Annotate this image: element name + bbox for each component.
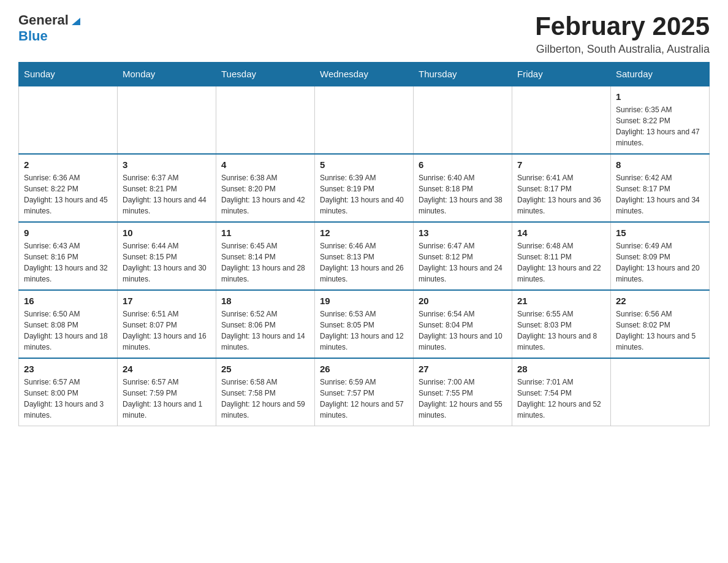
- calendar-week-2: 2Sunrise: 6:36 AMSunset: 8:22 PMDaylight…: [19, 154, 710, 222]
- header-friday: Friday: [512, 63, 611, 86]
- table-row: 19Sunrise: 6:53 AMSunset: 8:05 PMDayligh…: [315, 290, 414, 358]
- day-number: 21: [517, 296, 605, 306]
- table-row: 25Sunrise: 6:58 AMSunset: 7:58 PMDayligh…: [216, 358, 315, 426]
- calendar-week-5: 23Sunrise: 6:57 AMSunset: 8:00 PMDayligh…: [19, 358, 710, 426]
- day-info: Sunrise: 6:43 AMSunset: 8:16 PMDaylight:…: [24, 240, 112, 285]
- day-info: Sunrise: 6:57 AMSunset: 8:00 PMDaylight:…: [24, 377, 112, 421]
- day-number: 22: [616, 296, 704, 306]
- day-info: Sunrise: 6:58 AMSunset: 7:58 PMDaylight:…: [221, 377, 309, 421]
- day-info: Sunrise: 6:40 AMSunset: 8:18 PMDaylight:…: [419, 172, 507, 216]
- day-info: Sunrise: 6:49 AMSunset: 8:09 PMDaylight:…: [616, 240, 704, 285]
- day-info: Sunrise: 7:00 AMSunset: 7:55 PMDaylight:…: [419, 377, 507, 421]
- table-row: 13Sunrise: 6:47 AMSunset: 8:12 PMDayligh…: [414, 222, 512, 290]
- table-row: [611, 358, 710, 426]
- table-row: 7Sunrise: 6:41 AMSunset: 8:17 PMDaylight…: [512, 154, 611, 222]
- day-number: 28: [517, 364, 605, 374]
- day-number: 7: [517, 159, 605, 170]
- table-row: [19, 86, 118, 154]
- page-header: General Blue February 2025 Gilberton, So…: [18, 12, 710, 56]
- calendar-week-4: 16Sunrise: 6:50 AMSunset: 8:08 PMDayligh…: [19, 290, 710, 358]
- logo-triangle-icon: [70, 15, 82, 26]
- title-section: February 2025 Gilberton, South Australia…: [535, 12, 710, 56]
- day-info: Sunrise: 6:52 AMSunset: 8:06 PMDaylight:…: [221, 308, 309, 353]
- table-row: [315, 86, 414, 154]
- table-row: [118, 86, 216, 154]
- table-row: 18Sunrise: 6:52 AMSunset: 8:06 PMDayligh…: [216, 290, 315, 358]
- table-row: 10Sunrise: 6:44 AMSunset: 8:15 PMDayligh…: [118, 222, 216, 290]
- day-info: Sunrise: 6:42 AMSunset: 8:17 PMDaylight:…: [616, 172, 704, 216]
- day-number: 10: [123, 228, 211, 238]
- day-info: Sunrise: 6:46 AMSunset: 8:13 PMDaylight:…: [320, 240, 408, 285]
- weekday-header-row: Sunday Monday Tuesday Wednesday Thursday…: [19, 63, 710, 86]
- table-row: 2Sunrise: 6:36 AMSunset: 8:22 PMDaylight…: [19, 154, 118, 222]
- day-info: Sunrise: 6:57 AMSunset: 7:59 PMDaylight:…: [123, 377, 211, 421]
- header-wednesday: Wednesday: [315, 63, 414, 86]
- header-tuesday: Tuesday: [216, 63, 315, 86]
- day-number: 25: [221, 364, 309, 374]
- table-row: 3Sunrise: 6:37 AMSunset: 8:21 PMDaylight…: [118, 154, 216, 222]
- day-number: 13: [419, 228, 507, 238]
- day-number: 14: [517, 228, 605, 238]
- calendar-title: February 2025: [535, 12, 710, 40]
- logo-blue-text: Blue: [18, 28, 48, 44]
- day-number: 19: [320, 296, 408, 306]
- day-number: 9: [24, 228, 112, 238]
- day-info: Sunrise: 6:39 AMSunset: 8:19 PMDaylight:…: [320, 172, 408, 216]
- table-row: [216, 86, 315, 154]
- day-number: 8: [616, 159, 704, 170]
- day-number: 15: [616, 228, 704, 238]
- day-number: 24: [123, 364, 211, 374]
- day-number: 18: [221, 296, 309, 306]
- table-row: 12Sunrise: 6:46 AMSunset: 8:13 PMDayligh…: [315, 222, 414, 290]
- day-info: Sunrise: 6:54 AMSunset: 8:04 PMDaylight:…: [419, 308, 507, 353]
- table-row: 21Sunrise: 6:55 AMSunset: 8:03 PMDayligh…: [512, 290, 611, 358]
- day-info: Sunrise: 6:41 AMSunset: 8:17 PMDaylight:…: [517, 172, 605, 216]
- table-row: 6Sunrise: 6:40 AMSunset: 8:18 PMDaylight…: [414, 154, 512, 222]
- day-number: 2: [24, 159, 112, 170]
- day-info: Sunrise: 6:35 AMSunset: 8:22 PMDaylight:…: [616, 104, 704, 148]
- logo: General Blue: [18, 12, 82, 44]
- table-row: 15Sunrise: 6:49 AMSunset: 8:09 PMDayligh…: [611, 222, 710, 290]
- day-info: Sunrise: 6:55 AMSunset: 8:03 PMDaylight:…: [517, 308, 605, 353]
- day-number: 17: [123, 296, 211, 306]
- day-number: 4: [221, 159, 309, 170]
- calendar-subtitle: Gilberton, South Australia, Australia: [535, 43, 710, 56]
- day-number: 1: [616, 91, 704, 102]
- day-number: 6: [419, 159, 507, 170]
- table-row: 28Sunrise: 7:01 AMSunset: 7:54 PMDayligh…: [512, 358, 611, 426]
- svg-marker-0: [72, 18, 80, 25]
- day-info: Sunrise: 6:51 AMSunset: 8:07 PMDaylight:…: [123, 308, 211, 353]
- day-info: Sunrise: 6:59 AMSunset: 7:57 PMDaylight:…: [320, 377, 408, 421]
- header-saturday: Saturday: [611, 63, 710, 86]
- day-info: Sunrise: 6:44 AMSunset: 8:15 PMDaylight:…: [123, 240, 211, 285]
- day-number: 12: [320, 228, 408, 238]
- table-row: 14Sunrise: 6:48 AMSunset: 8:11 PMDayligh…: [512, 222, 611, 290]
- table-row: [512, 86, 611, 154]
- day-info: Sunrise: 6:45 AMSunset: 8:14 PMDaylight:…: [221, 240, 309, 285]
- day-info: Sunrise: 6:38 AMSunset: 8:20 PMDaylight:…: [221, 172, 309, 216]
- day-number: 20: [419, 296, 507, 306]
- header-monday: Monday: [118, 63, 216, 86]
- table-row: 16Sunrise: 6:50 AMSunset: 8:08 PMDayligh…: [19, 290, 118, 358]
- table-row: 17Sunrise: 6:51 AMSunset: 8:07 PMDayligh…: [118, 290, 216, 358]
- calendar-week-3: 9Sunrise: 6:43 AMSunset: 8:16 PMDaylight…: [19, 222, 710, 290]
- table-row: 23Sunrise: 6:57 AMSunset: 8:00 PMDayligh…: [19, 358, 118, 426]
- day-info: Sunrise: 6:47 AMSunset: 8:12 PMDaylight:…: [419, 240, 507, 285]
- day-number: 27: [419, 364, 507, 374]
- day-number: 16: [24, 296, 112, 306]
- day-number: 23: [24, 364, 112, 374]
- day-info: Sunrise: 7:01 AMSunset: 7:54 PMDaylight:…: [517, 377, 605, 421]
- day-info: Sunrise: 6:48 AMSunset: 8:11 PMDaylight:…: [517, 240, 605, 285]
- calendar-week-1: 1Sunrise: 6:35 AMSunset: 8:22 PMDaylight…: [19, 86, 710, 154]
- table-row: 22Sunrise: 6:56 AMSunset: 8:02 PMDayligh…: [611, 290, 710, 358]
- table-row: 1Sunrise: 6:35 AMSunset: 8:22 PMDaylight…: [611, 86, 710, 154]
- header-thursday: Thursday: [414, 63, 512, 86]
- table-row: 24Sunrise: 6:57 AMSunset: 7:59 PMDayligh…: [118, 358, 216, 426]
- day-number: 26: [320, 364, 408, 374]
- table-row: 8Sunrise: 6:42 AMSunset: 8:17 PMDaylight…: [611, 154, 710, 222]
- header-sunday: Sunday: [19, 63, 118, 86]
- day-info: Sunrise: 6:56 AMSunset: 8:02 PMDaylight:…: [616, 308, 704, 353]
- table-row: 11Sunrise: 6:45 AMSunset: 8:14 PMDayligh…: [216, 222, 315, 290]
- table-row: 5Sunrise: 6:39 AMSunset: 8:19 PMDaylight…: [315, 154, 414, 222]
- calendar-table: Sunday Monday Tuesday Wednesday Thursday…: [18, 62, 710, 426]
